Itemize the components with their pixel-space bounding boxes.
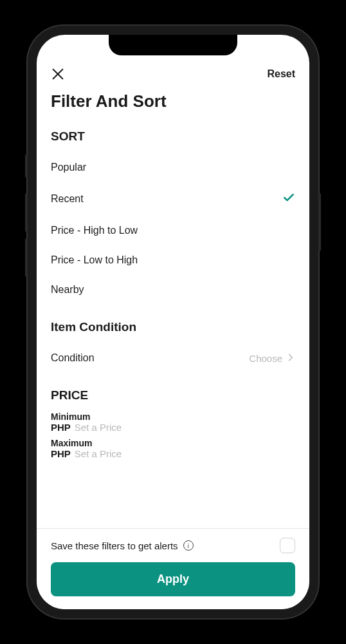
condition-heading: Item Condition	[51, 320, 295, 334]
sort-heading: SORT	[51, 129, 295, 144]
price-min-input[interactable]: PHP Set a Price	[51, 422, 295, 433]
sort-item-popular[interactable]: Popular	[51, 153, 295, 182]
sort-item-label: Price - Low to High	[51, 254, 138, 266]
reset-button[interactable]: Reset	[267, 68, 295, 80]
apply-button[interactable]: Apply	[51, 562, 295, 596]
sort-item-price-low-high[interactable]: Price - Low to High	[51, 245, 295, 275]
price-min-placeholder: Set a Price	[75, 422, 122, 433]
condition-label: Condition	[51, 352, 95, 364]
save-filters-checkbox[interactable]	[280, 538, 295, 553]
sort-item-nearby[interactable]: Nearby	[51, 275, 295, 305]
sort-item-recent[interactable]: Recent	[51, 182, 295, 216]
save-filters-label: Save these filters to get alerts	[51, 540, 178, 551]
sort-item-label: Nearby	[51, 284, 84, 296]
content-scroll[interactable]: SORT Popular Recent Price - High to Low	[37, 123, 309, 528]
price-currency: PHP	[51, 448, 71, 459]
condition-choose-label: Choose	[249, 353, 282, 364]
sort-item-label: Recent	[51, 193, 84, 205]
price-max-label: Maximum	[51, 438, 295, 448]
sort-item-label: Popular	[51, 162, 86, 173]
chevron-right-icon	[286, 353, 295, 364]
info-icon[interactable]: i	[183, 540, 194, 551]
price-min-label: Minimum	[51, 412, 295, 422]
close-icon[interactable]	[51, 67, 65, 81]
condition-row[interactable]: Condition Choose	[51, 343, 295, 373]
price-max-input[interactable]: PHP Set a Price	[51, 448, 295, 459]
price-max-placeholder: Set a Price	[75, 448, 122, 459]
page-title: Filter And Sort	[37, 85, 309, 123]
sort-item-label: Price - High to Low	[51, 225, 138, 236]
check-icon	[282, 191, 295, 207]
price-currency: PHP	[51, 422, 71, 433]
sort-item-price-high-low[interactable]: Price - High to Low	[51, 216, 295, 245]
price-heading: PRICE	[51, 388, 295, 402]
